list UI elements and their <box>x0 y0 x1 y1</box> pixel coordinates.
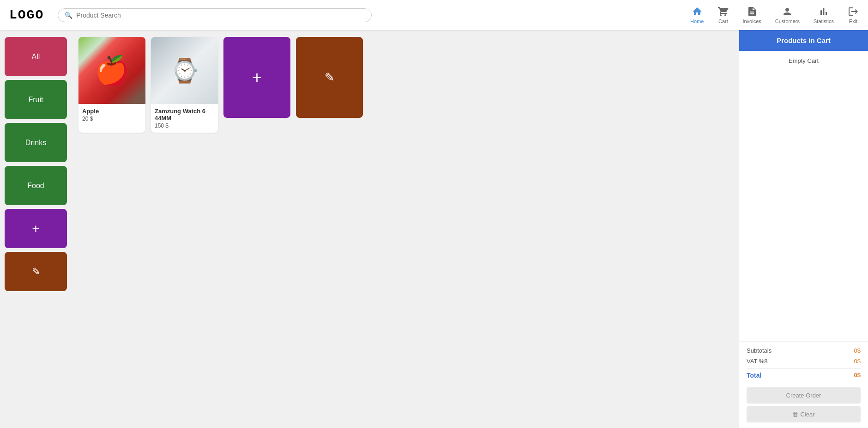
search-icon: 🔍 <box>65 12 72 19</box>
clear-cart-button[interactable]: 🗑Clear <box>747 406 861 422</box>
apple-product-image: 🍎 <box>78 37 145 104</box>
sidebar-item-fruit[interactable]: Fruit <box>5 80 67 119</box>
search-bar[interactable]: 🔍 <box>58 8 372 22</box>
main-layout: All Fruit Drinks Food + ✎ 🍎 Apple 20 $ <box>0 30 868 428</box>
nav-customers[interactable]: Customers <box>775 6 800 24</box>
nav-customers-label: Customers <box>775 18 800 24</box>
clear-icon: 🗑 <box>792 411 798 418</box>
sidebar: All Fruit Drinks Food + ✎ <box>0 30 72 428</box>
product-area: 🍎 Apple 20 $ ⌚ Zamzung Watch 6 44MM 150 … <box>72 30 739 428</box>
cart-subtotals-row: Subtotals 0$ <box>747 347 861 354</box>
logo: LOGO <box>9 8 44 22</box>
statistics-icon <box>818 6 829 17</box>
cart-footer: Subtotals 0$ VAT %8 0$ Total 0$ Create O… <box>739 341 868 428</box>
sidebar-item-all[interactable]: All <box>5 37 67 76</box>
sidebar-add-category-button[interactable]: + <box>5 209 67 248</box>
edit-product-button[interactable]: ✎ <box>296 37 363 118</box>
search-input[interactable] <box>76 12 365 19</box>
cart-subtotals-label: Subtotals <box>747 347 772 354</box>
cart-panel: Products in Cart Empty Cart Subtotals 0$… <box>739 30 868 428</box>
nav-cart-label: Cart <box>718 18 728 24</box>
cart-total-value: 0$ <box>854 372 861 379</box>
nav-cart[interactable]: Cart <box>717 6 729 24</box>
product-card-watch[interactable]: ⌚ Zamzung Watch 6 44MM 150 $ <box>151 37 218 133</box>
product-grid: 🍎 Apple 20 $ ⌚ Zamzung Watch 6 44MM 150 … <box>78 37 732 133</box>
sidebar-edit-category-button[interactable]: ✎ <box>5 252 67 291</box>
nav-exit[interactable]: Exit <box>848 6 859 24</box>
nav-statistics-label: Statistics <box>814 18 834 24</box>
watch-product-name: Zamzung Watch 6 44MM <box>155 108 214 122</box>
cart-subtotals-value: 0$ <box>854 347 861 354</box>
nav-invoices-label: Invoices <box>742 18 761 24</box>
sidebar-item-food[interactable]: Food <box>5 166 67 205</box>
apple-product-info: Apple 20 $ <box>78 104 145 126</box>
nav-home-label: Home <box>690 18 704 24</box>
cart-vat-row: VAT %8 0$ <box>747 358 861 365</box>
nav-statistics[interactable]: Statistics <box>814 6 834 24</box>
watch-product-info: Zamzung Watch 6 44MM 150 $ <box>151 104 218 133</box>
home-icon <box>692 6 703 17</box>
cart-total-label: Total <box>747 372 761 379</box>
nav-invoices[interactable]: Invoices <box>742 6 761 24</box>
product-card-apple[interactable]: 🍎 Apple 20 $ <box>78 37 145 133</box>
cart-divider <box>747 368 861 369</box>
exit-icon <box>848 6 859 17</box>
cart-body <box>739 71 868 341</box>
cart-icon <box>717 6 729 17</box>
nav-exit-label: Exit <box>849 18 857 24</box>
add-product-button[interactable]: + <box>223 37 290 118</box>
watch-product-image: ⌚ <box>151 37 218 104</box>
watch-product-price: 150 $ <box>155 122 214 129</box>
cart-vat-label: VAT %8 <box>747 358 768 365</box>
invoices-icon <box>747 6 758 17</box>
header: LOGO 🔍 Home Cart Invoices <box>0 0 868 30</box>
customers-icon <box>782 6 793 17</box>
cart-empty-label: Empty Cart <box>739 51 868 71</box>
apple-product-price: 20 $ <box>82 116 142 122</box>
apple-product-name: Apple <box>82 108 142 115</box>
sidebar-item-drinks[interactable]: Drinks <box>5 123 67 162</box>
cart-total-row: Total 0$ <box>747 372 861 379</box>
cart-header: Products in Cart <box>739 30 868 51</box>
create-order-button[interactable]: Create Order <box>747 387 861 404</box>
cart-vat-value: 0$ <box>854 358 861 365</box>
nav-home[interactable]: Home <box>690 6 704 24</box>
nav-bar: Home Cart Invoices Customers Statistics <box>690 6 859 24</box>
